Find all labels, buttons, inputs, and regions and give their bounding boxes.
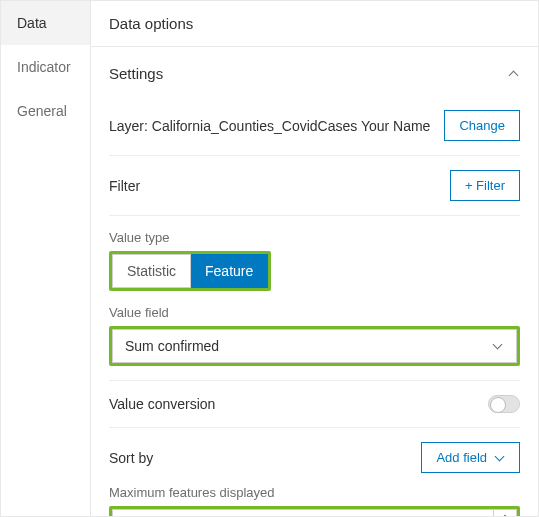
change-button[interactable]: Change [444, 110, 520, 141]
max-features-label: Maximum features displayed [109, 485, 520, 500]
value-type-segmented: Statistic Feature [109, 251, 271, 291]
value-field-highlight: Sum confirmed [109, 326, 520, 366]
value-field-select[interactable]: Sum confirmed [112, 329, 517, 363]
chevron-up-icon [502, 514, 508, 516]
sidebar-item-label: Data [17, 15, 47, 31]
sidebar-item-label: Indicator [17, 59, 71, 75]
sort-by-label: Sort by [109, 450, 153, 466]
value-conversion-row: Value conversion [109, 381, 520, 428]
value-type-label: Value type [109, 230, 520, 245]
settings-section-header[interactable]: Settings [109, 47, 520, 96]
max-features-highlight [109, 506, 520, 516]
value-field-label: Value field [109, 305, 520, 320]
layer-row: Layer: California_Counties_CovidCases Yo… [109, 96, 520, 156]
add-field-label: Add field [436, 450, 487, 465]
add-field-button[interactable]: Add field [421, 442, 520, 473]
filter-row: Filter + Filter [109, 156, 520, 216]
sidebar: Data Indicator General [1, 1, 91, 516]
chevron-down-icon [495, 453, 505, 463]
main-panel: Data options Settings Layer: California_… [91, 1, 538, 516]
value-type-feature-label: Feature [205, 263, 253, 279]
filter-label: Filter [109, 178, 140, 194]
value-conversion-toggle[interactable] [488, 395, 520, 413]
value-type-statistic-label: Statistic [127, 263, 176, 279]
sidebar-item-label: General [17, 103, 67, 119]
layer-label: Layer: California_Counties_CovidCases Yo… [109, 118, 430, 134]
value-field-group: Value field Sum confirmed [109, 305, 520, 366]
sidebar-item-data[interactable]: Data [1, 1, 90, 45]
sort-by-row: Sort by Add field [109, 428, 520, 479]
spinner-up-button[interactable] [494, 510, 516, 516]
value-type-statistic-button[interactable]: Statistic [112, 254, 191, 288]
max-features-input[interactable] [112, 509, 493, 516]
add-filter-button[interactable]: + Filter [450, 170, 520, 201]
panel-content: Settings Layer: California_Counties_Covi… [91, 47, 538, 516]
settings-title: Settings [109, 65, 163, 82]
sidebar-item-indicator[interactable]: Indicator [1, 45, 90, 89]
max-features-group: Maximum features displayed [109, 485, 520, 516]
value-field-value: Sum confirmed [125, 338, 219, 354]
value-conversion-label: Value conversion [109, 396, 215, 412]
page-title: Data options [109, 15, 193, 32]
change-button-label: Change [459, 118, 505, 133]
value-type-group: Value type Statistic Feature [109, 230, 520, 291]
panel-header: Data options [91, 1, 538, 47]
add-filter-button-label: + Filter [465, 178, 505, 193]
sidebar-item-general[interactable]: General [1, 89, 90, 133]
chevron-up-icon [508, 68, 520, 80]
chevron-down-icon [492, 340, 504, 352]
spinner-buttons [493, 509, 517, 516]
value-type-feature-button[interactable]: Feature [191, 254, 268, 288]
